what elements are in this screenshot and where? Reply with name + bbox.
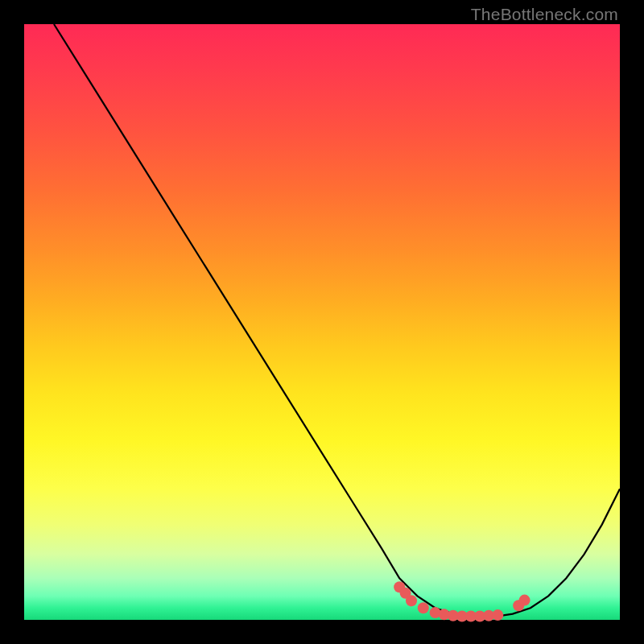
sweet-spot-marker bbox=[418, 602, 429, 613]
sweet-spot-marker bbox=[492, 609, 503, 621]
sweet-spot-markers bbox=[394, 581, 530, 621]
watermark-label: TheBottleneck.com bbox=[471, 5, 618, 24]
chart-frame: TheBottleneck.com bbox=[0, 0, 644, 644]
sweet-spot-marker bbox=[406, 595, 417, 606]
sweet-spot-marker bbox=[519, 595, 530, 606]
bottleneck-curve-line bbox=[54, 24, 620, 617]
chart-svg bbox=[24, 24, 620, 620]
